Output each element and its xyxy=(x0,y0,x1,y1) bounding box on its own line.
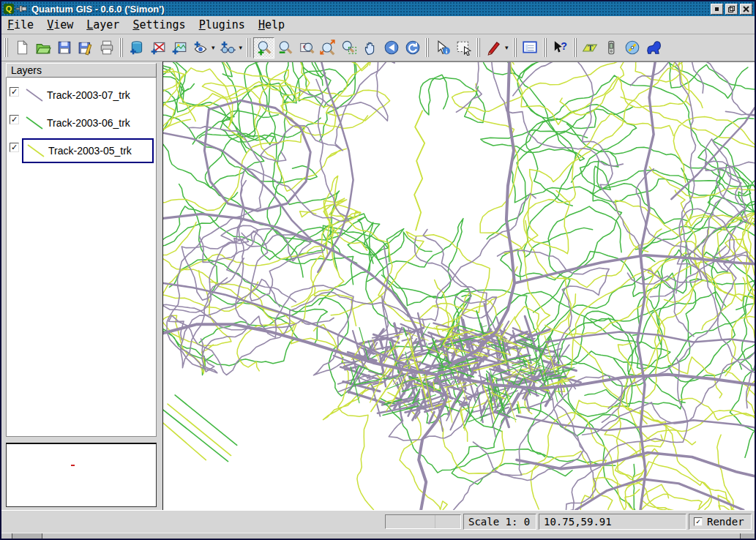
zoom-last-button[interactable] xyxy=(338,37,359,59)
pan-icon xyxy=(362,40,378,56)
zoom-to-selection-icon xyxy=(320,40,336,56)
layers-panel-title: Layers xyxy=(11,64,42,76)
whats-this-icon: ? xyxy=(552,40,568,56)
capture-point-button[interactable] xyxy=(483,37,504,59)
status-bar: Scale 1: 0 10.75,59.91 ✓ Render xyxy=(1,510,755,533)
main-area: Layers ✓Track-2003-07_trk✓Track-2003-06_… xyxy=(1,61,755,510)
new-vector-layer-button[interactable] xyxy=(190,37,211,59)
select-features-button[interactable] xyxy=(453,37,474,59)
print-button[interactable] xyxy=(96,37,117,59)
layer-item[interactable]: ✓Track-2003-07_trk xyxy=(7,81,156,109)
gps-importer-icon xyxy=(603,40,619,56)
track-map xyxy=(163,62,755,510)
add-vector-layer-button[interactable] xyxy=(147,37,168,59)
zoom-full-extent-icon xyxy=(299,40,315,56)
menu-item-view[interactable]: View xyxy=(45,17,81,33)
close-button[interactable] xyxy=(740,4,752,15)
layer-entry[interactable]: Track-2003-07_trk xyxy=(22,83,154,108)
pin-icon[interactable] xyxy=(15,4,27,13)
label-tool-icon: T xyxy=(582,40,598,56)
toolbar-handle[interactable] xyxy=(513,38,518,57)
pan-button[interactable] xyxy=(359,37,381,59)
geoprocessing-icon xyxy=(624,40,640,56)
open-project-button[interactable] xyxy=(32,37,53,59)
save-project-as-button[interactable] xyxy=(75,37,96,59)
zoom-next-button[interactable] xyxy=(402,37,423,59)
north-arrow-icon xyxy=(645,40,662,56)
add-postgis-layer-button[interactable] xyxy=(126,37,147,59)
layer-entry[interactable]: Track-2003-05_trk xyxy=(22,138,154,163)
save-project-as-icon xyxy=(78,40,94,56)
window-resize-frame[interactable] xyxy=(1,533,755,539)
render-checkbox-box[interactable]: ✓ xyxy=(694,517,703,526)
resize-grip-left[interactable] xyxy=(12,533,42,539)
coordinate-display: 10.75,59.91 xyxy=(539,514,686,530)
overview-panel[interactable] xyxy=(6,443,157,507)
add-raster-layer-button[interactable] xyxy=(168,37,190,59)
render-toggle[interactable]: ✓ Render xyxy=(689,514,752,530)
titlebar[interactable]: Q Quantum GIS - 0.6.0 ('Simon') xyxy=(1,1,755,16)
layer-item[interactable]: ✓Track-2003-05_trk xyxy=(7,137,156,165)
legend-splitter[interactable] xyxy=(6,437,157,443)
dropdown-caret-icon[interactable]: ▾ xyxy=(505,44,509,51)
menu-item-plugins[interactable]: Plugins xyxy=(198,17,252,33)
gps-importer-button[interactable] xyxy=(601,37,622,59)
geoprocessing-button[interactable] xyxy=(622,37,643,59)
zoom-last-icon xyxy=(341,40,357,56)
zoom-full-extent-button[interactable] xyxy=(296,37,317,59)
menu-item-settings[interactable]: Settings xyxy=(131,17,192,33)
overview-extent-marker xyxy=(71,465,75,466)
dropdown-caret-icon[interactable]: ▾ xyxy=(212,44,215,51)
layer-name: Track-2003-06_trk xyxy=(47,117,130,129)
new-project-button[interactable] xyxy=(11,37,32,59)
render-checkbox-label: Render xyxy=(707,516,744,528)
new-vector-layer-icon xyxy=(192,40,209,56)
save-project-button[interactable] xyxy=(53,37,75,59)
layer-visibility-checkbox[interactable]: ✓ xyxy=(10,143,19,152)
layer-visibility-checkbox[interactable]: ✓ xyxy=(10,115,19,124)
resize-grip-right[interactable] xyxy=(740,533,755,539)
zoom-out-button[interactable] xyxy=(274,37,296,59)
toolbar-group: ? xyxy=(550,36,571,59)
layers-panel-header: Layers xyxy=(6,63,157,78)
toolbar-handle[interactable] xyxy=(247,38,252,57)
map-canvas[interactable] xyxy=(163,61,755,510)
toolbar-handle[interactable] xyxy=(476,38,482,57)
toolbar-handle[interactable] xyxy=(425,38,430,57)
layer-visibility-checkbox[interactable]: ✓ xyxy=(10,87,19,97)
identify-button[interactable]: i xyxy=(432,37,453,59)
minimize-button[interactable] xyxy=(711,4,723,15)
identify-icon: i xyxy=(435,40,451,56)
panel-splitter[interactable] xyxy=(157,61,163,510)
toolbar-handle[interactable] xyxy=(4,38,10,57)
legend-column: Layers ✓Track-2003-07_trk✓Track-2003-06_… xyxy=(1,61,157,510)
toolbar: ▾▾i▾?T xyxy=(1,34,755,61)
north-arrow-button[interactable] xyxy=(643,37,665,59)
toolbar-handle[interactable] xyxy=(543,38,548,57)
layer-name: Track-2003-07_trk xyxy=(47,89,130,101)
maximize-button[interactable] xyxy=(725,4,738,15)
dropdown-caret-icon[interactable]: ▾ xyxy=(239,44,243,51)
layer-item[interactable]: ✓Track-2003-06_trk xyxy=(7,109,156,137)
toolbar-group: i xyxy=(432,36,474,59)
menu-item-help[interactable]: Help xyxy=(257,17,292,33)
menu-item-layer[interactable]: Layer xyxy=(85,17,127,33)
toolbar-handle[interactable] xyxy=(573,38,578,57)
open-attribute-table-button[interactable] xyxy=(520,37,541,59)
layer-entry[interactable]: Track-2003-06_trk xyxy=(22,110,154,135)
whats-this-button[interactable]: ? xyxy=(550,37,571,59)
label-tool-button[interactable]: T xyxy=(580,37,601,59)
zoom-to-selection-button[interactable] xyxy=(317,37,338,59)
scale-display: Scale 1: 0 xyxy=(463,514,536,530)
toolbar-handle[interactable] xyxy=(119,38,124,57)
layer-symbol-icon xyxy=(22,86,47,104)
gps-tools-button[interactable] xyxy=(217,37,239,59)
layer-name: Track-2003-05_trk xyxy=(48,145,132,157)
open-project-icon xyxy=(35,40,51,56)
svg-text:?: ? xyxy=(561,40,567,52)
menu-item-file[interactable]: File xyxy=(6,17,41,33)
zoom-in-button[interactable] xyxy=(253,37,274,59)
zoom-next-icon xyxy=(405,40,421,56)
layers-panel[interactable]: ✓Track-2003-07_trk✓Track-2003-06_trk✓Tra… xyxy=(6,78,157,437)
zoom-previous-button[interactable] xyxy=(381,37,402,59)
